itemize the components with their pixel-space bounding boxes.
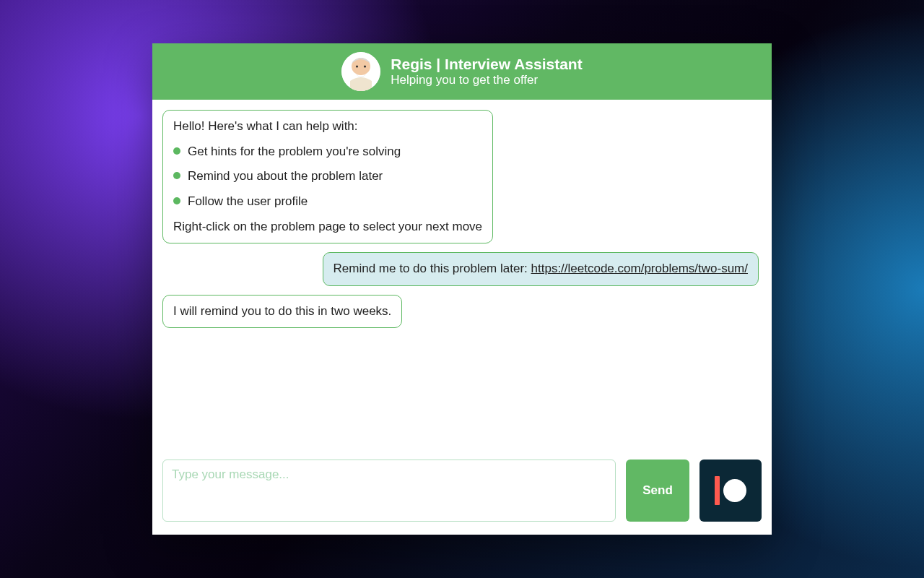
patreon-circle-icon <box>723 479 746 502</box>
send-button[interactable]: Send <box>626 460 689 522</box>
background: Regis | Interview Assistant Helping you … <box>0 0 924 578</box>
composer: Send <box>152 460 772 535</box>
bot-capabilities-list: Get hints for the problem you're solving… <box>173 143 482 211</box>
patreon-bar-icon <box>715 476 720 505</box>
list-item: Remind you about the problem later <box>173 168 482 186</box>
bullet-icon <box>173 197 180 204</box>
header-title: Regis | Interview Assistant <box>391 55 582 73</box>
svg-point-3 <box>364 65 366 67</box>
list-item-text: Follow the user profile <box>188 193 308 211</box>
list-item: Get hints for the problem you're solving <box>173 143 482 161</box>
assistant-avatar <box>341 52 380 91</box>
message-input[interactable] <box>162 460 616 522</box>
svg-point-2 <box>356 65 358 67</box>
patreon-button[interactable] <box>699 460 762 522</box>
chat-header: Regis | Interview Assistant Helping you … <box>152 43 772 100</box>
chat-app-window: Regis | Interview Assistant Helping you … <box>152 43 772 535</box>
bot-message-text: I will remind you to do this in two week… <box>173 304 391 318</box>
header-subtitle: Helping you to get the offer <box>391 73 582 87</box>
messages-scroll-area[interactable]: Hello! Here's what I can help with: Get … <box>152 100 772 460</box>
problem-link[interactable]: https://leetcode.com/problems/two-sum/ <box>531 262 748 275</box>
bot-message: I will remind you to do this in two week… <box>162 295 402 329</box>
header-titles: Regis | Interview Assistant Helping you … <box>391 55 582 88</box>
bullet-icon <box>173 172 180 179</box>
bot-message-outro: Right-click on the problem page to selec… <box>173 218 482 236</box>
bot-message: Hello! Here's what I can help with: Get … <box>162 110 493 243</box>
user-message: Remind me to do this problem later: http… <box>323 252 759 286</box>
list-item-text: Get hints for the problem you're solving <box>188 143 401 161</box>
wise-man-avatar-icon <box>341 52 380 91</box>
list-item-text: Remind you about the problem later <box>188 168 383 186</box>
bot-message-intro: Hello! Here's what I can help with: <box>173 118 482 136</box>
user-message-text: Remind me to do this problem later: <box>334 262 531 275</box>
list-item: Follow the user profile <box>173 193 482 211</box>
bullet-icon <box>173 147 180 155</box>
